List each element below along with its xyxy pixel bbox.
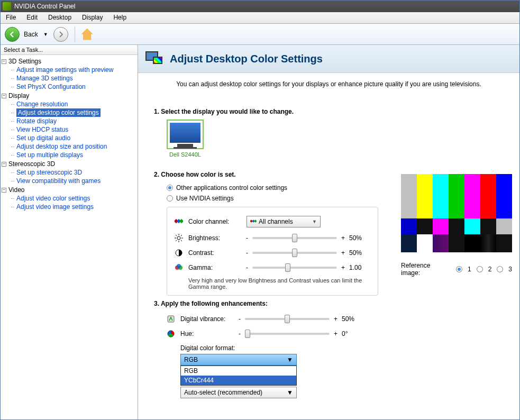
svg-line-12 — [181, 240, 182, 241]
tree-item[interactable]: Manage 3D settings — [2, 74, 136, 83]
tree-twisty-icon[interactable]: − — [2, 94, 6, 98]
slider-minus: - — [246, 264, 248, 271]
back-label: Back — [22, 31, 40, 38]
svg-point-18 — [177, 264, 181, 268]
chevron-down-icon: ▼ — [287, 389, 293, 396]
menu-display[interactable]: Display — [77, 12, 108, 23]
tree-item[interactable]: View HDCP status — [2, 125, 136, 134]
color-bars-preview — [401, 174, 512, 252]
digital-color-format-select[interactable]: RGB ▼ — [180, 354, 297, 366]
radio-label: Other applications control color setting… — [176, 184, 287, 191]
brightness-value: 50% — [349, 234, 370, 242]
page-title: Adjust Desktop Color Settings — [170, 53, 323, 65]
svg-line-14 — [181, 235, 182, 236]
toolbar-separator — [75, 26, 75, 42]
tree-item[interactable]: Set PhysX Configuration — [2, 83, 136, 91]
ref-radio-2[interactable] — [477, 266, 483, 272]
forward-button[interactable] — [53, 27, 68, 42]
gamma-icon — [175, 263, 183, 272]
display-name: Dell S2440L — [167, 151, 204, 158]
menu-desktop[interactable]: Desktop — [43, 12, 77, 23]
color-channel-select[interactable]: All channels ▼ — [247, 216, 321, 227]
menu-edit[interactable]: Edit — [21, 12, 43, 23]
back-button[interactable] — [5, 27, 20, 42]
svg-line-13 — [176, 240, 177, 241]
radio-icon — [167, 195, 173, 202]
slider-plus: + — [334, 330, 337, 337]
tree-item[interactable]: View compatibility with games — [2, 177, 136, 185]
hue-slider[interactable] — [245, 333, 330, 335]
combo-option-rgb[interactable]: RGB — [181, 366, 296, 376]
chevron-down-icon: ▼ — [287, 356, 293, 363]
tree-item[interactable]: Adjust desktop color settings — [16, 108, 101, 117]
tree-item[interactable]: Set up stereoscopic 3D — [2, 168, 136, 177]
hue-label: Hue: — [180, 330, 233, 337]
tree-item[interactable]: Rotate display — [2, 117, 136, 125]
menu-help[interactable]: Help — [108, 12, 132, 23]
page-description: You can adjust desktop color settings fo… — [138, 73, 519, 95]
tree-twisty-icon[interactable]: − — [2, 59, 6, 64]
home-button[interactable] — [81, 29, 93, 40]
tree-item[interactable]: Adjust image settings with preview — [2, 66, 136, 74]
tree-item[interactable]: Set up digital audio — [2, 134, 136, 142]
tree-category[interactable]: −Video — [2, 186, 136, 194]
tree-category[interactable]: −Display — [2, 92, 136, 100]
monitor-icon — [167, 120, 204, 149]
slider-plus: + — [341, 234, 345, 242]
tree-category-label: Video — [8, 186, 24, 194]
vibrance-slider[interactable] — [245, 318, 330, 320]
gamma-label: Gamma: — [188, 264, 241, 271]
step3-heading: 3. Apply the following enhancements: — [154, 300, 504, 307]
vibrance-label: Digital vibrance: — [180, 315, 233, 323]
tree-item[interactable]: Set up multiple displays — [2, 151, 136, 159]
tree-twisty-icon[interactable]: − — [2, 188, 6, 193]
hue-icon — [167, 330, 175, 338]
back-dropdown[interactable]: ▼ — [42, 32, 51, 37]
tree-item[interactable]: Change resolution — [2, 100, 136, 108]
menu-file[interactable]: File — [1, 12, 21, 23]
slider-minus: - — [246, 234, 248, 242]
tree-category-label: 3D Settings — [8, 58, 41, 65]
task-sidebar: Select a Task... −3D SettingsAdjust imag… — [1, 45, 138, 419]
brightness-slider[interactable] — [252, 237, 337, 239]
hue-value: 0° — [342, 330, 363, 337]
tree-category-label: Stereoscopic 3D — [8, 160, 55, 168]
step1-heading: 1. Select the display you would like to … — [154, 108, 504, 115]
color-channel-label: Color channel: — [188, 218, 241, 225]
combo-option-ycbcr444[interactable]: YCbCr444 — [181, 376, 296, 385]
dcf-label: Digital color format: — [167, 344, 378, 352]
task-tree: −3D SettingsAdjust image settings with p… — [1, 55, 138, 419]
contrast-icon — [175, 249, 183, 257]
page-header-icon — [145, 49, 165, 68]
ref-radio-1[interactable] — [456, 266, 462, 272]
tree-item[interactable]: Adjust video color settings — [2, 194, 136, 203]
slider-minus: - — [239, 315, 241, 323]
sidebar-header: Select a Task... — [1, 45, 138, 55]
tree-item[interactable]: Adjust desktop size and position — [2, 142, 136, 151]
slider-plus: + — [341, 264, 345, 271]
reference-image-panel: Reference image: 1 2 3 — [401, 174, 512, 277]
tree-category[interactable]: −3D Settings — [2, 57, 136, 66]
radio-icon — [167, 185, 173, 191]
contrast-slider[interactable] — [252, 252, 337, 254]
tree-item[interactable]: Adjust video image settings — [2, 203, 136, 211]
tree-category[interactable]: −Stereoscopic 3D — [2, 160, 136, 168]
contrast-value: 50% — [349, 249, 370, 257]
slider-plus: + — [334, 315, 337, 323]
vibrance-value: 50% — [342, 315, 363, 323]
gamma-slider[interactable] — [252, 267, 337, 269]
color-settings-group: Color channel: All channels ▼ Brightness… — [167, 207, 378, 296]
svg-line-11 — [176, 235, 177, 236]
output-dynamic-range-select[interactable]: Auto-select (recommended) ▼ — [180, 387, 297, 398]
svg-rect-5 — [254, 220, 257, 223]
ref-radio-3[interactable] — [497, 266, 503, 272]
window-title: NVIDIA Control Panel — [14, 3, 75, 10]
page-header: Adjust Desktop Color Settings — [138, 45, 519, 73]
vibrance-icon — [167, 315, 175, 323]
gamma-value: 1.00 — [349, 264, 370, 271]
svg-rect-2 — [179, 219, 183, 223]
contrast-label: Contrast: — [188, 249, 241, 257]
tree-twisty-icon[interactable]: − — [2, 162, 6, 167]
display-thumbnail[interactable]: Dell S2440L — [167, 120, 204, 158]
chevron-down-icon: ▼ — [312, 219, 317, 224]
